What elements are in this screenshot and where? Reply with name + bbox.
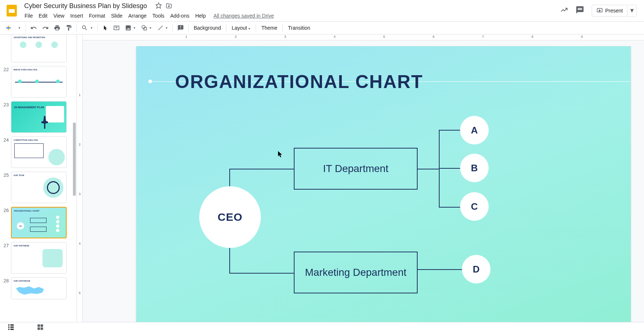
print-button[interactable] (52, 23, 63, 32)
org-node-ceo[interactable]: CEO (199, 186, 261, 248)
menu-addons[interactable]: Add-ons (168, 11, 192, 20)
image-tool[interactable]: ▼ (123, 23, 138, 32)
slide-thumbnail[interactable]: OUR TEAM (11, 172, 67, 203)
separator (26, 24, 26, 32)
save-status[interactable]: All changes saved in Drive (214, 13, 274, 19)
slide-thumbnail[interactable]: ADVERTISING AND PROMOTION (11, 34, 67, 62)
thumb-title: 04 MANAGEMENT PLAN (14, 106, 44, 109)
slide-canvas[interactable]: ORGANIZATIONAL CHART CEO IT Department M… (136, 46, 631, 322)
film-row: 22 BREAK-EVEN ANALYSIS (1, 66, 74, 98)
transition-button[interactable]: Transition (285, 23, 313, 32)
ruler-tick: 8 (532, 35, 533, 39)
present-dropdown[interactable]: ▼ (628, 5, 637, 17)
layout-label: Layout (232, 25, 247, 31)
menu-view[interactable]: View (51, 11, 67, 20)
separator (282, 24, 283, 32)
org-connector (418, 269, 462, 270)
thumb-title: ADVERTISING AND PROMOTION (14, 36, 45, 39)
separator (77, 24, 77, 32)
present-label: Present (605, 8, 623, 14)
svg-rect-17 (10, 326, 14, 327)
ruler-tick: 1 (77, 93, 82, 97)
org-node-c[interactable]: C (460, 192, 489, 221)
org-node-it[interactable]: IT Department (294, 148, 418, 190)
svg-rect-19 (38, 324, 40, 327)
paint-format-button[interactable] (63, 23, 74, 32)
slide-thumbnail-selected[interactable]: ORGANIZATIONAL CHART CEO (11, 207, 67, 238)
slide-number: 27 (1, 242, 11, 248)
background-button[interactable]: Background (191, 23, 224, 32)
svg-rect-14 (8, 326, 10, 327)
ruler-tick: 1 (185, 35, 187, 39)
org-connector (418, 169, 440, 169)
menu-edit[interactable]: Edit (36, 11, 50, 20)
org-connector (229, 273, 294, 274)
slide-number: 22 (1, 66, 11, 72)
svg-rect-1 (9, 9, 15, 13)
slide-thumbnail[interactable]: OUR EXPANSION (11, 277, 67, 299)
svg-rect-16 (10, 324, 14, 325)
filmstrip[interactable]: 20 ADVERTISING AND PROMOTION 22 BREAK-EV… (0, 34, 77, 322)
document-title[interactable]: Cyber Security Business Plan by Slidesgo (22, 1, 149, 11)
slide-thumbnail[interactable]: BREAK-EVEN ANALYSIS (11, 66, 67, 98)
svg-rect-13 (8, 324, 10, 325)
filmstrip-view-icon[interactable] (7, 323, 15, 332)
header-right: Present ▼ (560, 5, 637, 17)
org-node-marketing[interactable]: Marketing Department (294, 252, 418, 293)
toolbar: ▼ ▼ ▼ ▼ ▼ Background Layout▼ Theme Trans… (0, 21, 644, 34)
ruler-tick: 3 (284, 35, 286, 39)
thumb-title: ORGANIZATIONAL CHART (14, 210, 40, 212)
menu-arrange[interactable]: Arrange (126, 11, 149, 20)
menu-help[interactable]: Help (193, 11, 208, 20)
film-row: 24 COMPETITION ANALYSIS (1, 136, 74, 168)
canvas[interactable]: 1 2 3 4 5 6 7 8 9 ORGANIZATIONAL CHART C… (83, 34, 644, 322)
menu-insert[interactable]: Insert (68, 11, 86, 20)
grid-view-icon[interactable] (37, 323, 44, 332)
slide-number: 26 (1, 207, 11, 213)
new-slide-button[interactable] (3, 23, 14, 32)
slide-number: 28 (1, 277, 11, 283)
move-icon[interactable] (166, 2, 172, 10)
zoom-button[interactable]: ▼ (79, 23, 95, 32)
org-connector (439, 130, 440, 208)
undo-button[interactable] (28, 23, 39, 32)
menu-tools[interactable]: Tools (150, 11, 167, 20)
slide-thumbnail[interactable]: COMPETITION ANALYSIS (11, 136, 67, 168)
slides-logo[interactable] (4, 3, 19, 18)
activity-icon[interactable] (560, 6, 568, 15)
title-dot (148, 80, 152, 83)
horizontal-ruler: 1 2 3 4 5 6 7 8 9 (83, 34, 644, 40)
textbox-tool[interactable] (111, 23, 122, 32)
layout-button[interactable]: Layout▼ (229, 23, 253, 32)
new-slide-dropdown[interactable]: ▼ (15, 23, 23, 32)
menu-format[interactable]: Format (86, 11, 108, 20)
svg-rect-15 (8, 329, 10, 330)
present-button[interactable]: Present (592, 5, 628, 17)
title-area: Cyber Security Business Plan by Slidesgo… (22, 1, 560, 20)
thumb-title: OUR PARTNERS (14, 245, 29, 247)
vertical-ruler: 1 2 3 4 5 (77, 34, 83, 322)
star-icon[interactable] (155, 2, 162, 10)
org-node-d[interactable]: D (462, 255, 491, 283)
filmstrip-scrollbar[interactable] (73, 122, 76, 196)
menu-file[interactable]: File (22, 11, 36, 20)
line-tool[interactable]: ▼ (155, 23, 170, 32)
separator (226, 24, 226, 32)
comment-tool[interactable] (175, 23, 186, 32)
slide-thumbnail[interactable]: 04 MANAGEMENT PLAN (11, 101, 67, 133)
org-connector (439, 207, 461, 208)
slide-number: 23 (1, 101, 11, 107)
redo-button[interactable] (40, 23, 51, 32)
comments-icon[interactable] (575, 6, 584, 16)
shape-tool[interactable]: ▼ (139, 23, 154, 32)
org-connector (439, 130, 461, 131)
thumb-title: BREAK-EVEN ANALYSIS (14, 69, 37, 71)
slide-title[interactable]: ORGANIZATIONAL CHART (175, 71, 423, 92)
svg-rect-6 (6, 28, 11, 29)
slide-thumbnail[interactable]: OUR PARTNERS (11, 242, 67, 274)
menu-slide[interactable]: Slide (108, 11, 125, 20)
org-node-b[interactable]: B (460, 154, 489, 182)
theme-button[interactable]: Theme (258, 23, 280, 32)
select-tool[interactable] (100, 23, 110, 32)
org-node-a[interactable]: A (460, 116, 489, 144)
